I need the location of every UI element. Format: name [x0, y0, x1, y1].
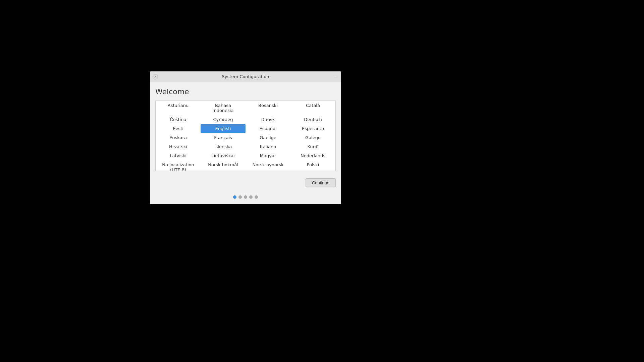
language-list-container[interactable]: AsturianuBahasa IndonesiaBosanskiCatalàČ… — [155, 101, 336, 171]
language-item-gaeilge[interactable]: Gaeilge — [246, 133, 290, 142]
language-item-asturianu[interactable]: Asturianu — [156, 101, 201, 115]
pagination-dot-2[interactable] — [238, 195, 242, 199]
system-configuration-dialog: × System Configuration − Welcome Asturia… — [150, 71, 341, 204]
language-item-espanol[interactable]: Español — [246, 124, 290, 133]
language-item-bahasa-indonesia[interactable]: Bahasa Indonesia — [201, 101, 246, 115]
dialog-footer: Continue — [150, 175, 341, 193]
language-grid: AsturianuBahasa IndonesiaBosanskiCatalàČ… — [156, 101, 335, 171]
welcome-heading: Welcome — [155, 87, 336, 96]
language-item-esperanto[interactable]: Esperanto — [290, 124, 335, 133]
continue-button[interactable]: Continue — [306, 178, 336, 187]
pagination-dots — [150, 193, 341, 204]
language-item-bosanski[interactable]: Bosanski — [246, 101, 290, 115]
close-icon: × — [154, 75, 157, 78]
language-item-latviski[interactable]: Latviski — [156, 151, 201, 160]
language-item-euskara[interactable]: Euskara — [156, 133, 201, 142]
language-item-islenska[interactable]: Íslenska — [201, 142, 246, 151]
language-item-catala[interactable]: Català — [290, 101, 335, 115]
minimize-icon: − — [334, 74, 338, 79]
language-item-galego[interactable]: Galego — [290, 133, 335, 142]
close-button[interactable]: × — [153, 74, 158, 79]
language-item-italiano[interactable]: Italiano — [246, 142, 290, 151]
language-item-norsk-nynorsk[interactable]: Norsk nynorsk — [246, 160, 290, 171]
pagination-dot-5[interactable] — [255, 195, 258, 199]
language-item-no-localization[interactable]: No localization (UTF-8) — [156, 160, 201, 171]
titlebar: × System Configuration − — [150, 71, 341, 82]
language-item-magyar[interactable]: Magyar — [246, 151, 290, 160]
dialog-content: Welcome AsturianuBahasa IndonesiaBosansk… — [150, 82, 341, 175]
language-item-dansk[interactable]: Dansk — [246, 115, 290, 124]
language-item-francais[interactable]: Français — [201, 133, 246, 142]
window-title: System Configuration — [222, 74, 269, 79]
language-item-kurdi[interactable]: Kurdî — [290, 142, 335, 151]
language-item-norsk-bokmal[interactable]: Norsk bokmål — [201, 160, 246, 171]
language-item-cestina[interactable]: Čeština — [156, 115, 201, 124]
language-item-deutsch[interactable]: Deutsch — [290, 115, 335, 124]
minimize-button[interactable]: − — [333, 74, 338, 79]
language-item-eesti[interactable]: Eesti — [156, 124, 201, 133]
language-item-polski[interactable]: Polski — [290, 160, 335, 171]
pagination-dot-3[interactable] — [244, 195, 247, 199]
language-item-hrvatski[interactable]: Hrvatski — [156, 142, 201, 151]
pagination-dot-4[interactable] — [249, 195, 253, 199]
pagination-dot-1[interactable] — [233, 195, 236, 199]
language-item-cymraeg[interactable]: Cymraeg — [201, 115, 246, 124]
language-item-nederlands[interactable]: Nederlands — [290, 151, 335, 160]
language-item-lietuviskai[interactable]: Lietuviškai — [201, 151, 246, 160]
language-item-english[interactable]: English — [201, 124, 246, 133]
